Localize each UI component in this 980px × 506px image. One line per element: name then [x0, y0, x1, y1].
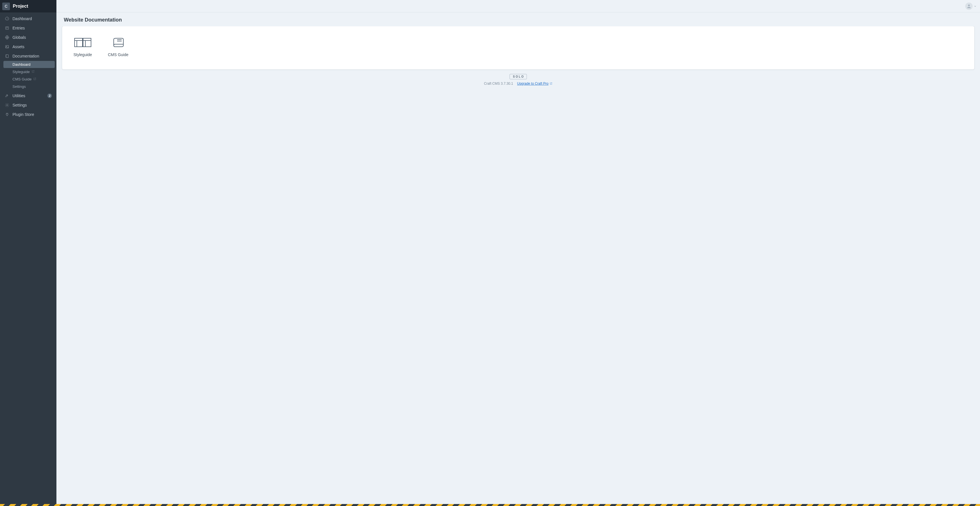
sidebar-subitem-settings[interactable]: Settings	[3, 83, 55, 90]
sidebar-item-utilities[interactable]: Utilities 2	[2, 91, 55, 100]
chevron-down-icon	[974, 4, 977, 8]
sidebar: C Project Dashboard Entries Globals	[0, 0, 56, 506]
main: Website Documentation Styleguide	[56, 0, 980, 506]
svg-point-4	[6, 105, 8, 106]
content: Styleguide CMS Guide SOLO	[56, 26, 980, 506]
card-row: Styleguide CMS Guide	[73, 38, 963, 57]
image-icon	[5, 44, 10, 49]
layout-icon	[74, 38, 92, 47]
open-book-icon	[109, 38, 127, 47]
topbar	[56, 0, 980, 13]
avatar	[965, 3, 973, 10]
svg-rect-0	[6, 27, 9, 29]
sidebar-item-label: Settings	[13, 103, 27, 107]
gauge-icon	[5, 16, 10, 21]
sidebar-item-assets[interactable]: Assets	[2, 42, 55, 51]
sidebar-item-globals[interactable]: Globals	[2, 33, 55, 42]
dev-mode-stripe	[0, 504, 980, 506]
logo-letter: C	[5, 4, 7, 8]
book-icon	[5, 54, 10, 59]
sidebar-item-documentation[interactable]: Documentation	[2, 52, 55, 60]
sidebar-item-label: Plugin Store	[13, 112, 34, 117]
gear-icon	[5, 103, 10, 108]
version-text: Craft CMS 3.7.30.1	[484, 82, 513, 86]
nav: Dashboard Entries Globals Assets Documen	[0, 13, 56, 506]
footer: SOLO Craft CMS 3.7.30.1 Upgrade to Craft…	[62, 70, 974, 89]
plug-icon	[5, 112, 10, 117]
svg-rect-7	[83, 38, 91, 47]
svg-rect-6	[75, 38, 83, 47]
edition-badge[interactable]: SOLO	[509, 74, 527, 79]
sidebar-sub-documentation: Dashboard Styleguide CMS Guide Settings	[2, 61, 55, 90]
globe-icon	[5, 35, 10, 40]
upgrade-link-label: Upgrade to Craft Pro	[517, 82, 549, 86]
sidebar-item-plugin-store[interactable]: Plugin Store	[2, 110, 55, 119]
external-link-icon	[33, 77, 36, 81]
sidebar-item-settings[interactable]: Settings	[2, 101, 55, 109]
sidebar-subitem-label: Styleguide	[13, 70, 30, 74]
project-title: Project	[13, 4, 28, 9]
card-styleguide[interactable]: Styleguide	[73, 38, 92, 57]
card-label: Styleguide	[73, 52, 92, 57]
svg-point-5	[968, 5, 970, 6]
footer-line: Craft CMS 3.7.30.1 Upgrade to Craft Pro	[62, 82, 974, 86]
svg-rect-2	[6, 45, 9, 48]
newspaper-icon	[5, 25, 10, 30]
page-header: Website Documentation	[56, 13, 980, 26]
sidebar-subitem-cms-guide[interactable]: CMS Guide	[3, 76, 55, 83]
sidebar-item-label: Globals	[13, 35, 26, 40]
card-label: CMS Guide	[108, 52, 128, 57]
sidebar-item-label: Entries	[13, 26, 25, 30]
sidebar-item-label: Dashboard	[13, 16, 32, 21]
sidebar-subitem-label: Dashboard	[13, 62, 30, 67]
sidebar-subitem-label: CMS Guide	[13, 77, 32, 81]
external-link-icon	[550, 82, 552, 85]
page-title: Website Documentation	[64, 17, 973, 23]
card-cms-guide[interactable]: CMS Guide	[108, 38, 128, 57]
sidebar-subitem-styleguide[interactable]: Styleguide	[3, 68, 55, 75]
sidebar-subitem-label: Settings	[13, 84, 26, 89]
sidebar-header[interactable]: C Project	[0, 0, 56, 13]
user-menu[interactable]	[965, 3, 977, 10]
sidebar-item-label: Utilities	[13, 94, 25, 98]
utilities-badge: 2	[47, 94, 52, 98]
sidebar-item-label: Assets	[13, 44, 24, 49]
external-link-icon	[32, 70, 35, 74]
panel: Styleguide CMS Guide	[62, 26, 974, 70]
project-logo: C	[2, 3, 10, 10]
sidebar-item-dashboard[interactable]: Dashboard	[2, 14, 55, 23]
sidebar-subitem-dashboard[interactable]: Dashboard	[3, 61, 55, 68]
sidebar-item-label: Documentation	[13, 54, 39, 59]
sidebar-item-entries[interactable]: Entries	[2, 24, 55, 33]
wrench-icon	[5, 93, 10, 98]
upgrade-link[interactable]: Upgrade to Craft Pro	[517, 82, 553, 86]
